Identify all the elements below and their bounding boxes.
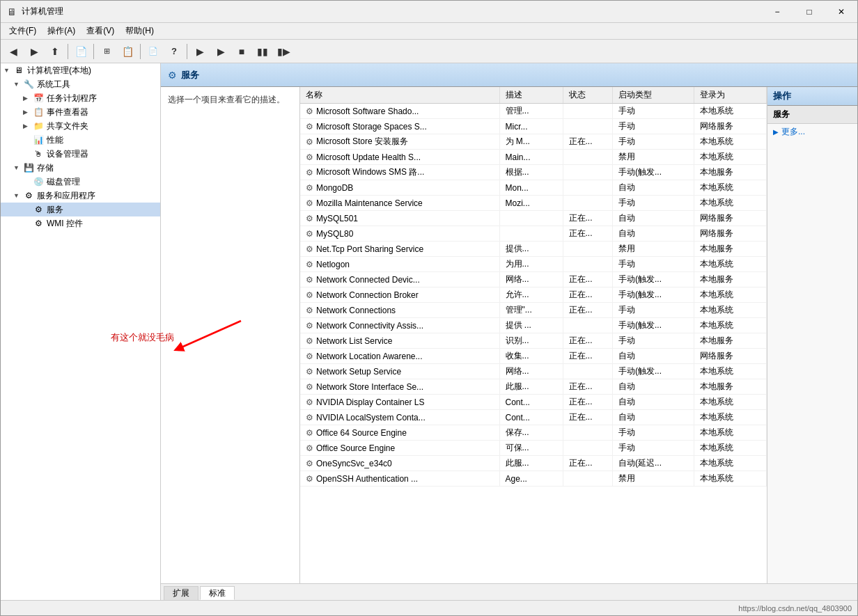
tab-expand[interactable]: 扩展 bbox=[164, 586, 198, 600]
table-row[interactable]: ⚙Microsoft Windows SMS 路...根据...手动(触发...… bbox=[300, 165, 767, 180]
sidebar-item-services-apps[interactable]: ▼ ⚙ 服务和应用程序 bbox=[1, 189, 160, 203]
minimize-button[interactable]: − bbox=[761, 1, 793, 23]
table-row[interactable]: ⚙MongoDBMon...自动本地系统 bbox=[300, 180, 767, 196]
service-status-cell bbox=[563, 196, 613, 211]
table-row[interactable]: ⚙Microsoft Software Shado...管理...手动本地系统 bbox=[300, 104, 767, 119]
service-list-area[interactable]: 名称 描述 状态 启动类型 登录为 ⚙Microsoft Software Sh… bbox=[300, 87, 767, 583]
table-row[interactable]: ⚙Microsoft Storage Spaces S...Micr...手动网… bbox=[300, 119, 767, 134]
service-startup-cell: 手动 bbox=[613, 425, 694, 441]
bottom-tabs: 扩展 标准 bbox=[161, 583, 857, 600]
table-row[interactable]: ⚙Network Connected Devic...网络...正在...手动(… bbox=[300, 272, 767, 287]
service-startup-cell: 自动 bbox=[613, 395, 694, 410]
tab-standard[interactable]: 标准 bbox=[200, 586, 235, 600]
help-button[interactable]: ? bbox=[164, 42, 184, 61]
table-row[interactable]: ⚙NVIDIA Display Container LSCont...正在...… bbox=[300, 395, 767, 410]
col-header-name[interactable]: 名称 bbox=[300, 87, 499, 104]
service-name-cell: ⚙MongoDB bbox=[300, 180, 499, 196]
sidebar-item-task-scheduler[interactable]: ▶ 📅 任务计划程序 bbox=[1, 91, 160, 105]
table-row[interactable]: ⚙Network Store Interface Se...此服...正在...… bbox=[300, 379, 767, 395]
sidebar-item-device-manager[interactable]: 🖱 设备管理器 bbox=[1, 147, 160, 161]
sidebar-item-event-viewer[interactable]: ▶ 📋 事件查看器 bbox=[1, 105, 160, 119]
table-row[interactable]: ⚙Net.Tcp Port Sharing Service提供...禁用本地服务 bbox=[300, 242, 767, 257]
sidebar-item-services[interactable]: ⚙ 服务 bbox=[1, 203, 160, 216]
table-row[interactable]: ⚙Network List Service识别...正在...手动本地服务 bbox=[300, 333, 767, 349]
service-desc-cell: Micr... bbox=[499, 119, 563, 134]
menu-action[interactable]: 操作(A) bbox=[42, 24, 81, 39]
service-desc-cell: 网络... bbox=[499, 272, 563, 287]
service-name-cell: ⚙Microsoft Storage Spaces S... bbox=[300, 119, 499, 134]
service-startup-cell: 自动 bbox=[613, 379, 694, 395]
show-hide-action-pane[interactable]: 📄 bbox=[71, 42, 91, 61]
skip-button[interactable]: ▶ bbox=[211, 42, 231, 61]
app-icon: 🖥 bbox=[6, 6, 17, 17]
sidebar-item-storage[interactable]: ▼ 💾 存储 bbox=[1, 161, 160, 175]
gear-icon: ⚙ bbox=[306, 290, 313, 300]
col-header-login[interactable]: 登录为 bbox=[694, 87, 767, 104]
gear-icon: ⚙ bbox=[306, 183, 313, 193]
gear-icon: ⚙ bbox=[306, 352, 313, 361]
pause-button[interactable]: ▮▮ bbox=[253, 42, 272, 61]
table-row[interactable]: ⚙Network Connectivity Assis...提供 ...手动(触… bbox=[300, 318, 767, 333]
col-header-desc[interactable]: 描述 bbox=[499, 87, 563, 104]
sidebar-item-disk-management[interactable]: 💿 磁盘管理 bbox=[1, 175, 160, 189]
sidebar-item-shared-folders[interactable]: ▶ 📁 共享文件夹 bbox=[1, 119, 160, 133]
device-icon: 🖱 bbox=[33, 148, 44, 159]
service-status-cell bbox=[563, 364, 613, 379]
table-row[interactable]: ⚙OneSyncSvc_e34c0此服...正在...自动(延迟...本地系统 bbox=[300, 456, 767, 471]
table-row[interactable]: ⚙Netlogon为用...手动本地系统 bbox=[300, 257, 767, 272]
stop-button[interactable]: ■ bbox=[232, 42, 251, 61]
actions-header: 操作 bbox=[767, 87, 857, 106]
sidebar-item-performance[interactable]: 📊 性能 bbox=[1, 133, 160, 147]
table-row[interactable]: ⚙Microsoft Store 安装服务为 M...正在...手动本地系统 bbox=[300, 134, 767, 150]
menu-file[interactable]: 文件(F) bbox=[3, 24, 42, 39]
up-button[interactable]: ⬆ bbox=[45, 42, 65, 61]
service-desc-cell bbox=[499, 211, 563, 226]
properties-button[interactable]: 📄 bbox=[143, 42, 163, 61]
table-row[interactable]: ⚙Microsoft Update Health S...Main...禁用本地… bbox=[300, 150, 767, 165]
new-window-button[interactable]: ⊞ bbox=[97, 42, 116, 61]
table-row[interactable]: ⚙Network Location Awarene...收集...正在...自动… bbox=[300, 349, 767, 364]
new-taskpad-button[interactable]: 📋 bbox=[118, 42, 137, 61]
gear-icon: ⚙ bbox=[306, 106, 313, 116]
status-bar-text: https://blog.csdn.net/qq_4803900 bbox=[738, 604, 852, 613]
service-login-cell: 本地服务 bbox=[694, 165, 767, 180]
restart-button[interactable]: ▮▶ bbox=[274, 42, 293, 61]
service-desc-cell: 识别... bbox=[499, 333, 563, 349]
table-row[interactable]: ⚙OpenSSH Authentication ...Age...禁用本地系统 bbox=[300, 471, 767, 487]
service-status-cell: 正在... bbox=[563, 349, 613, 364]
service-name-cell: ⚙Network List Service bbox=[300, 333, 499, 349]
play-button[interactable]: ▶ bbox=[190, 42, 210, 61]
menu-help[interactable]: 帮助(H) bbox=[120, 24, 159, 39]
table-row[interactable]: ⚙NVIDIA LocalSystem Conta...Cont...正在...… bbox=[300, 410, 767, 425]
service-startup-cell: 手动 bbox=[613, 303, 694, 318]
sidebar-item-root[interactable]: ▼ 🖥 计算机管理(本地) bbox=[1, 63, 160, 77]
service-status-cell bbox=[563, 165, 613, 180]
forward-button[interactable]: ▶ bbox=[24, 42, 44, 61]
back-button[interactable]: ◀ bbox=[3, 42, 23, 61]
maximize-button[interactable]: □ bbox=[793, 1, 825, 23]
col-header-status[interactable]: 状态 bbox=[563, 87, 613, 104]
service-status-cell bbox=[563, 119, 613, 134]
service-startup-cell: 自动 bbox=[613, 410, 694, 425]
table-row[interactable]: ⚙MySQL80正在...自动网络服务 bbox=[300, 226, 767, 242]
services-panel-header: ⚙ 服务 bbox=[161, 63, 857, 87]
action-more[interactable]: ▶ 更多... bbox=[767, 124, 857, 140]
service-login-cell: 本地系统 bbox=[694, 134, 767, 150]
service-desc-cell: 根据... bbox=[499, 165, 563, 180]
table-row[interactable]: ⚙Office Source Engine可保...手动本地系统 bbox=[300, 441, 767, 456]
service-startup-cell: 禁用 bbox=[613, 471, 694, 487]
menu-view[interactable]: 查看(V) bbox=[81, 24, 120, 39]
table-row[interactable]: ⚙Network Setup Service网络...手动(触发...本地系统 bbox=[300, 364, 767, 379]
close-button[interactable]: ✕ bbox=[825, 1, 857, 23]
table-row[interactable]: ⚙Network Connection Broker允许...正在...手动(触… bbox=[300, 287, 767, 303]
sidebar-item-wmi[interactable]: ⚙ WMI 控件 bbox=[1, 216, 160, 230]
toolbar-separator-2 bbox=[93, 44, 94, 59]
table-row[interactable]: ⚙Network Connections管理"...正在...手动本地系统 bbox=[300, 303, 767, 318]
table-row[interactable]: ⚙Office 64 Source Engine保存...手动本地系统 bbox=[300, 425, 767, 441]
sidebar-storage-label: 存储 bbox=[37, 162, 54, 174]
sidebar-item-system-tools[interactable]: ▼ 🔧 系统工具 bbox=[1, 77, 160, 91]
table-row[interactable]: ⚙MySQL501正在...自动网络服务 bbox=[300, 211, 767, 226]
table-row[interactable]: ⚙Mozilla Maintenance ServiceMozi...手动本地系… bbox=[300, 196, 767, 211]
sidebar: ▼ 🖥 计算机管理(本地) ▼ 🔧 系统工具 ▶ 📅 任务计划程序 ▶ 📋 事件… bbox=[1, 63, 161, 600]
col-header-startup[interactable]: 启动类型 bbox=[613, 87, 694, 104]
